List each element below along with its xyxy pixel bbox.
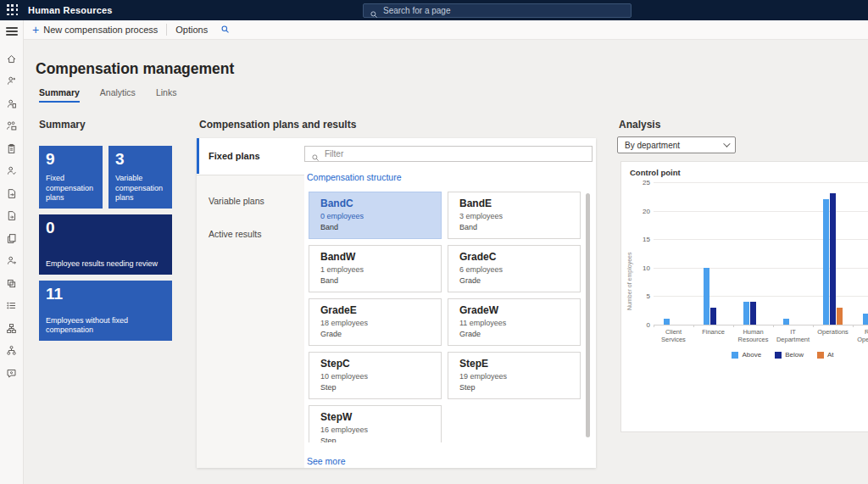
y-tick-label: 15 [621, 236, 650, 243]
people-case-icon[interactable] [2, 115, 22, 138]
legend-item-above: Above [732, 351, 761, 359]
filter-placeholder: Filter [325, 149, 343, 159]
person-doc-icon[interactable] [2, 92, 22, 115]
see-more-link[interactable]: See more [307, 456, 346, 466]
plan-card-gradew[interactable]: GradeW11 employeesGrade [448, 298, 581, 346]
legend-swatch [732, 352, 738, 359]
tab-analytics[interactable]: Analytics [100, 87, 136, 103]
tab-summary[interactable]: Summary [39, 87, 80, 103]
plan-card-stepc[interactable]: StepC10 employeesStep [309, 352, 442, 399]
summary-tile[interactable]: 3Variable compensation plans [108, 146, 172, 209]
chart-bar [664, 319, 670, 325]
compensation-structure-link[interactable]: Compensation structure [307, 172, 401, 182]
summary-tile[interactable]: 11Employees without fixed compensation [39, 281, 172, 341]
plans-tab-active-results[interactable]: Active results [197, 217, 304, 250]
tab-links[interactable]: Links [156, 87, 177, 103]
plan-cards-list: BandC0 employeesBandBandE3 employeesBand… [309, 192, 581, 442]
plan-card-employees: 11 employees [459, 319, 573, 327]
plan-card-employees: 1 employees [320, 265, 434, 274]
global-search-input[interactable]: Search for a page [363, 3, 632, 18]
x-category-label: Retail Operations [853, 328, 868, 344]
chart-bar [823, 199, 829, 325]
plan-card-stepw[interactable]: StepW16 employeesStep [309, 405, 442, 442]
tile-label: Employee results needing review [46, 259, 168, 270]
plan-card-bande[interactable]: BandE3 employeesBand [448, 192, 581, 239]
person-swap-icon[interactable] [2, 250, 22, 273]
plan-card-employees: 10 employees [320, 372, 434, 381]
left-nav-rail [0, 20, 24, 484]
control-point-chart: Control point Number of employees 051015… [620, 161, 868, 432]
flow-chart-icon[interactable] [2, 317, 22, 340]
plans-tab-list: Fixed plansVariable plansActive results [197, 138, 304, 468]
x-tick-mark [654, 325, 654, 327]
org-chart-icon[interactable] [2, 340, 22, 363]
plan-card-type: Grade [320, 330, 434, 338]
chart-y-axis-label: Number of employees [626, 253, 632, 310]
list-icon[interactable] [2, 295, 22, 318]
waffle-icon[interactable] [7, 4, 19, 16]
tile-label: Variable compensation plans [115, 174, 168, 203]
person-check-icon[interactable] [2, 160, 22, 183]
plan-card-bandc[interactable]: BandC0 employeesBand [309, 192, 442, 239]
plan-card-type: Band [320, 276, 434, 285]
chart-plot-area [654, 182, 868, 325]
hamburger-menu-icon[interactable] [6, 27, 18, 36]
app-title: Human Resources [28, 5, 113, 15]
plan-card-employees: 18 employees [320, 319, 434, 327]
plan-card-gradec[interactable]: GradeC6 employeesGrade [448, 245, 581, 292]
options-label: Options [175, 25, 208, 35]
x-tick-mark [773, 325, 774, 327]
plan-card-title: StepW [320, 411, 434, 423]
chat-gear-icon[interactable] [2, 362, 22, 385]
layers-icon[interactable] [2, 272, 22, 295]
summary-heading: Summary [39, 119, 172, 131]
bar-group [853, 314, 868, 325]
x-category-label: Finance [693, 328, 733, 336]
chart-bar [837, 308, 843, 325]
bar-group [813, 193, 853, 325]
plan-card-type: Step [459, 383, 573, 392]
x-category-label: Operations [813, 328, 853, 336]
plan-card-title: GradeW [459, 304, 573, 316]
plan-card-employees: 6 employees [459, 265, 573, 274]
cards-scrollbar[interactable] [586, 193, 590, 437]
summary-tile[interactable]: 0Employee results needing review [39, 214, 172, 275]
chevron-down-icon [723, 140, 730, 147]
plus-icon: + [32, 24, 39, 36]
person-star-icon[interactable] [2, 70, 22, 93]
new-compensation-process-label: New compensation process [43, 25, 158, 35]
legend-label: At [827, 351, 834, 359]
tile-value: 9 [46, 150, 55, 169]
analysis-heading: Analysis [619, 119, 660, 131]
tile-value: 11 [46, 285, 63, 303]
legend-item-below: Below [775, 351, 804, 359]
summary-section: Summary 9Fixed compensation plans3Variab… [39, 119, 172, 341]
plans-tab-fixed-plans[interactable]: Fixed plans [197, 138, 304, 174]
tile-value: 3 [115, 150, 125, 169]
action-bar-search-button[interactable] [216, 20, 233, 39]
plans-tab-variable-plans[interactable]: Variable plans [197, 184, 304, 217]
plan-card-title: StepC [320, 358, 434, 370]
clipboard-icon[interactable] [2, 137, 22, 160]
plan-card-type: Grade [459, 276, 573, 285]
plan-card-stepe[interactable]: StepE19 employeesStep [448, 352, 581, 399]
chart-bar [710, 308, 716, 325]
filter-input[interactable]: Filter [304, 146, 593, 162]
y-tick-label: 25 [621, 179, 650, 186]
chart-bar [783, 319, 789, 325]
summary-tile[interactable]: 9Fixed compensation plans [39, 146, 103, 209]
chart-bar [743, 302, 749, 325]
search-icon [311, 150, 320, 159]
doc-arrow-icon[interactable] [2, 182, 22, 205]
bar-group [773, 319, 813, 325]
new-compensation-process-button[interactable]: + New compensation process [24, 20, 166, 39]
doc-share-icon[interactable] [2, 205, 22, 228]
analysis-dropdown[interactable]: By department [617, 136, 736, 153]
pages-icon[interactable] [2, 227, 22, 250]
options-button[interactable]: Options [167, 20, 216, 39]
plan-card-gradee[interactable]: GradeE18 employeesGrade [309, 298, 442, 346]
plan-card-type: Grade [459, 330, 573, 338]
bar-group [654, 319, 693, 325]
home-icon[interactable] [2, 47, 22, 70]
plan-card-bandw[interactable]: BandW1 employeesBand [309, 245, 442, 292]
